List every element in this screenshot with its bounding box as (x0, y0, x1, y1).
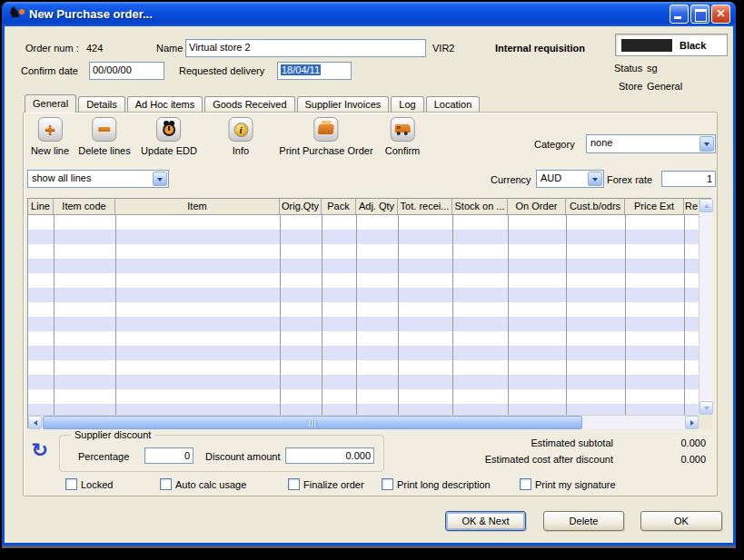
column-header-tot-received[interactable]: Tot. recei... (398, 199, 452, 214)
requested-delivery-label: Requested delivery (179, 65, 264, 76)
column-header-pack[interactable]: Pack (322, 199, 356, 214)
grid-line (54, 215, 55, 415)
print-long-description-label: Print long description (397, 479, 491, 490)
scroll-right-icon[interactable] (685, 416, 699, 429)
checkbox-icon[interactable] (160, 478, 172, 490)
name-input[interactable]: Virtual store 2 (185, 39, 426, 57)
column-header-item[interactable]: Item (115, 199, 280, 214)
tab-goods-received[interactable]: Goods Received (204, 96, 294, 113)
title-bar[interactable]: ♞ New Purchase order... ✕ (2, 2, 736, 26)
chevron-down-icon[interactable] (153, 172, 167, 186)
delete-lines-button[interactable]: Delete lines (78, 117, 130, 156)
maximize-button[interactable] (690, 5, 709, 24)
table-body-empty[interactable] (28, 215, 699, 415)
chevron-down-icon[interactable] (699, 136, 714, 152)
supplier-discount-group: Supplier discount Percentage 0 Discount … (59, 435, 384, 472)
show-lines-dropdown[interactable]: show all lines (27, 170, 169, 188)
tab-location[interactable]: Location (426, 96, 481, 113)
plus-icon: + (38, 117, 63, 142)
name-code: VIR2 (432, 43, 454, 54)
close-button[interactable]: ✕ (711, 5, 730, 24)
order-num-label: Order num : (25, 43, 79, 54)
store-label: Store (619, 81, 642, 92)
column-header-stock-on[interactable]: Stock on ... (452, 199, 508, 214)
column-header-orig-qty[interactable]: Orig.Qty (280, 199, 322, 214)
confirm-label: Confirm (385, 145, 421, 156)
column-header-line[interactable]: Line (28, 199, 54, 214)
percentage-input[interactable]: 0 (144, 447, 193, 464)
minimize-button[interactable] (670, 5, 689, 24)
chevron-down-icon[interactable] (588, 172, 602, 186)
confirm-button[interactable]: Confirm (385, 117, 421, 156)
category-dropdown[interactable]: none (586, 134, 716, 153)
minus-icon (92, 117, 116, 142)
info-icon: i (229, 117, 253, 142)
estimated-subtotal-label: Estimated subtotal (531, 437, 614, 448)
refresh-icon[interactable]: ↻ (32, 441, 48, 459)
store-value: General (647, 81, 682, 92)
scroll-left-icon[interactable] (28, 416, 42, 429)
ok-button[interactable]: OK (640, 511, 722, 531)
print-my-signature-checkbox[interactable]: Print my signature (520, 478, 616, 490)
print-long-description-checkbox[interactable]: Print long description (382, 478, 491, 490)
tab-log[interactable]: Log (391, 96, 423, 113)
window-title: New Purchase order... (29, 7, 670, 21)
delete-button[interactable]: Delete (543, 511, 624, 531)
auto-calc-usage-checkbox[interactable]: Auto calc usage (160, 478, 246, 490)
internal-requisition-label: Internal requisition (495, 43, 585, 54)
column-header-on-order[interactable]: On Order (508, 199, 566, 214)
update-edd-label: Update EDD (141, 145, 197, 156)
tab-general[interactable]: General (25, 94, 76, 113)
confirm-date-input[interactable]: 00/00/00 (89, 62, 164, 80)
checkbox-icon[interactable] (520, 478, 531, 490)
confirm-date-label: Confirm date (21, 65, 78, 76)
order-lines-table: Line Item code Item Orig.Qty Pack Adj. Q… (27, 198, 711, 428)
column-header-adj-qty[interactable]: Adj. Qty (356, 199, 398, 214)
delete-lines-label: Delete lines (78, 145, 130, 156)
vertical-scrollbar[interactable] (699, 199, 712, 415)
column-header-re[interactable]: Re (684, 199, 699, 214)
truck-icon (390, 117, 414, 142)
checkbox-icon[interactable] (288, 478, 300, 490)
ok-and-next-button[interactable]: OK & Next (445, 511, 526, 531)
horizontal-scrollbar[interactable] (28, 415, 712, 429)
info-button[interactable]: i Info (229, 117, 253, 156)
checkbox-icon[interactable] (382, 478, 393, 490)
locked-checkbox[interactable]: Locked (65, 478, 113, 490)
currency-dropdown[interactable]: AUD (536, 170, 604, 188)
scrollbar-thumb[interactable] (43, 416, 582, 429)
new-line-button[interactable]: + New line (31, 117, 69, 156)
discount-amount-input[interactable]: 0.000 (285, 447, 374, 464)
grid-line (452, 215, 453, 415)
tab-ad-hoc-items[interactable]: Ad Hoc items (127, 96, 203, 113)
discount-amount-label: Discount amount (205, 451, 281, 462)
grid-line (566, 215, 567, 415)
color-selector[interactable]: Black (615, 34, 728, 56)
category-value: none (590, 137, 612, 148)
dialog-body: Order num : 424 Name Virtual store 2 VIR… (5, 26, 733, 543)
finalize-order-checkbox[interactable]: Finalize order (288, 478, 364, 490)
column-header-price-ext[interactable]: Price Ext (625, 199, 684, 214)
print-purchase-order-button[interactable]: Print Purchase Order (279, 117, 372, 156)
scrollbar-corner (699, 415, 712, 429)
grid-line (625, 215, 626, 415)
scroll-down-icon[interactable] (699, 401, 713, 415)
update-edd-button[interactable]: Update EDD (141, 117, 197, 156)
grid-line (684, 215, 685, 415)
color-swatch (621, 39, 672, 52)
tab-supplier-invoices[interactable]: Supplier Invoices (297, 96, 390, 113)
forex-rate-input[interactable]: 1 (661, 171, 716, 187)
checkbox-icon[interactable] (65, 478, 77, 490)
requested-delivery-input[interactable]: 18/04/11 (277, 62, 352, 80)
locked-label: Locked (81, 479, 113, 490)
category-label: Category (534, 139, 575, 150)
scroll-up-icon[interactable] (699, 199, 713, 212)
tab-details[interactable]: Details (78, 96, 125, 113)
column-header-cust-backorders[interactable]: Cust.b/odrs (566, 199, 625, 214)
selected-date-text: 18/04/11 (281, 64, 321, 75)
status-label: Status (614, 63, 642, 74)
grid-line (508, 215, 509, 415)
currency-value: AUD (541, 172, 561, 183)
column-header-item-code[interactable]: Item code (54, 199, 115, 214)
tab-bar: General Details Ad Hoc items Goods Recei… (25, 94, 481, 113)
